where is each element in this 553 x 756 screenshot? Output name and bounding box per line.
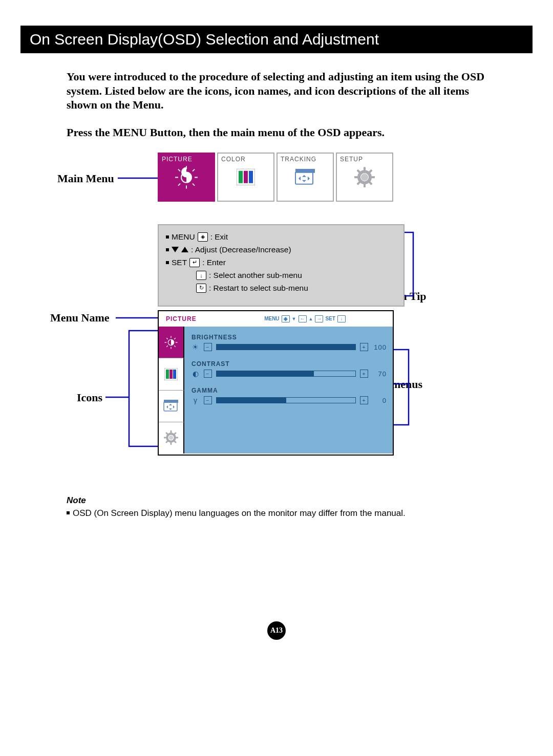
svg-rect-12 <box>249 171 253 183</box>
main-menu-tabs: PICTURE COLOR TRACKING SETUP <box>158 153 393 202</box>
tracking-icon <box>163 400 179 412</box>
contrast-slider[interactable] <box>216 371 356 377</box>
svg-rect-11 <box>244 171 248 183</box>
svg-line-34 <box>166 338 168 339</box>
osd-content: BRIGHTNESS ☀ − + 100 CONTRAST ◐ <box>184 327 393 453</box>
svg-line-6 <box>193 184 195 186</box>
down-arrow-icon <box>172 247 179 252</box>
tracking-icon <box>294 169 316 187</box>
plus-button[interactable]: + <box>360 370 368 378</box>
down-key-icon: ↓ <box>196 271 206 280</box>
tab-setup[interactable]: SETUP <box>336 153 393 202</box>
svg-point-19 <box>361 174 368 181</box>
tab-tracking[interactable]: TRACKING <box>276 153 334 202</box>
side-icon-color[interactable] <box>159 358 184 390</box>
plus-button[interactable]: + <box>360 396 368 404</box>
svg-point-57 <box>169 436 173 440</box>
enter-key-icon: ↵ <box>189 258 200 267</box>
intro-paragraph-1: You were introduced to the procedure of … <box>67 70 502 112</box>
tip-exit: : Exit <box>210 232 228 242</box>
svg-rect-43 <box>164 400 178 403</box>
contrast-value: 70 <box>372 370 387 378</box>
sub-item-title: GAMMA <box>192 387 387 394</box>
tab-label: SETUP <box>337 154 392 163</box>
tab-color[interactable]: COLOR <box>217 153 274 202</box>
svg-rect-40 <box>169 370 173 379</box>
brightness-slider[interactable] <box>216 344 356 350</box>
sub-item-title: CONTRAST <box>192 360 387 368</box>
osd-diagram: Main Menu Menu Name Icons Button Tip Sub… <box>67 153 502 490</box>
down-key-icon: ↓ <box>337 315 346 322</box>
svg-rect-13 <box>295 172 313 184</box>
minus-button[interactable]: − <box>204 396 212 404</box>
note-title: Note <box>67 495 502 506</box>
svg-line-35 <box>174 345 176 347</box>
tip-menu-label: MENU <box>172 232 195 242</box>
sub-item-contrast[interactable]: CONTRAST ◐ − + 70 <box>192 360 387 378</box>
side-icon-picture[interactable] <box>159 327 184 358</box>
tab-picture[interactable]: PICTURE <box>158 153 215 202</box>
svg-line-37 <box>174 338 176 339</box>
osd-header-keys: MENU◈ ▼← ▲→ SET↓ <box>217 311 393 327</box>
sub-item-gamma[interactable]: GAMMA γ − + 0 <box>192 387 387 404</box>
page-title: On Screen Display(OSD) Selection and Adj… <box>20 26 533 53</box>
svg-rect-14 <box>295 169 315 173</box>
contrast-small-icon: ◐ <box>192 370 200 378</box>
color-bars-icon <box>237 169 255 187</box>
tip-set-label: SET <box>172 258 187 267</box>
tab-label: TRACKING <box>278 154 333 163</box>
brightness-icon <box>163 335 179 350</box>
left-key-icon: ← <box>299 315 307 322</box>
svg-rect-41 <box>173 370 176 379</box>
minus-button[interactable]: − <box>204 370 212 378</box>
gamma-small-icon: γ <box>192 396 200 404</box>
right-key-icon: → <box>315 315 323 322</box>
svg-line-36 <box>166 345 168 347</box>
brightness-icon <box>174 165 199 192</box>
osd-menu-name: PICTURE <box>166 311 217 327</box>
svg-line-5 <box>178 169 180 171</box>
button-tip-panel: MENU ◈ : Exit : Adjust (Decrease/Increas… <box>158 224 405 307</box>
gamma-value: 0 <box>372 397 387 404</box>
gamma-slider[interactable] <box>216 397 356 403</box>
svg-line-8 <box>193 169 195 171</box>
return-key-icon: ↻ <box>196 284 206 293</box>
tip-enter: : Enter <box>202 258 226 267</box>
side-icon-tracking[interactable] <box>159 390 184 422</box>
svg-rect-10 <box>239 171 243 183</box>
sub-item-brightness[interactable]: BRIGHTNESS ☀ − + 100 <box>192 334 387 351</box>
diamond-key-icon: ◈ <box>282 315 290 322</box>
brightness-small-icon: ☀ <box>192 343 200 351</box>
tab-label: PICTURE <box>159 154 214 163</box>
svg-line-7 <box>178 184 180 186</box>
color-bars-icon <box>164 368 178 380</box>
sub-item-title: BRIGHTNESS <box>192 334 387 341</box>
tip-restart: : Restart to select sub-menu <box>209 284 308 293</box>
svg-rect-39 <box>166 370 169 379</box>
osd-window: PICTURE MENU◈ ▼← ▲→ SET↓ <box>158 310 394 456</box>
gear-icon <box>354 167 375 189</box>
intro-paragraph-2: Press the MENU Button, then the main men… <box>67 125 502 140</box>
minus-button[interactable]: − <box>204 343 212 351</box>
osd-side-icons <box>159 327 184 453</box>
brightness-value: 100 <box>372 343 387 351</box>
plus-button[interactable]: + <box>360 343 368 351</box>
side-icon-setup[interactable] <box>159 422 184 453</box>
tip-adjust: : Adjust (Decrease/Increase) <box>191 245 291 254</box>
up-arrow-icon <box>181 247 188 252</box>
tip-select-sub: : Select another sub-menu <box>209 271 302 280</box>
diamond-key-icon: ◈ <box>198 232 208 242</box>
note-text: OSD (On Screen Display) menu languages o… <box>73 508 406 519</box>
page-number: A13 <box>267 621 286 640</box>
gear-icon <box>164 430 178 445</box>
tab-label: COLOR <box>218 154 273 163</box>
